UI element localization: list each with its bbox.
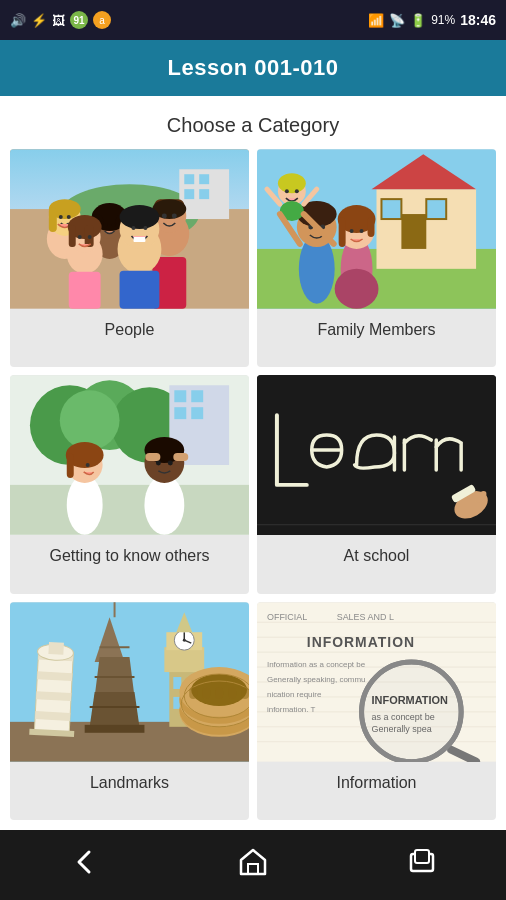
svg-point-66 [278, 173, 306, 193]
category-landmarks[interactable]: Landmarks [10, 602, 249, 820]
svg-text:SALES AND L: SALES AND L [337, 612, 394, 622]
svg-rect-5 [199, 174, 209, 184]
svg-rect-172 [248, 864, 258, 874]
svg-rect-61 [339, 217, 346, 247]
category-landmarks-label: Landmarks [10, 762, 249, 804]
svg-rect-81 [191, 391, 203, 403]
svg-rect-84 [10, 485, 249, 535]
svg-rect-49 [401, 214, 426, 249]
svg-point-13 [59, 215, 63, 219]
svg-marker-118 [90, 692, 140, 727]
svg-rect-119 [85, 724, 145, 732]
category-grid: People [0, 149, 506, 830]
svg-rect-148 [241, 687, 249, 699]
battery-icon: 🔋 [410, 13, 426, 28]
svg-rect-4 [184, 174, 194, 184]
svg-text:OFFICIAL: OFFICIAL [267, 612, 307, 622]
signal-icon: 📡 [389, 13, 405, 28]
category-people-label: People [10, 309, 249, 351]
svg-point-43 [88, 235, 92, 239]
category-family[interactable]: Family Members [257, 149, 496, 367]
svg-point-85 [67, 475, 103, 535]
svg-rect-125 [164, 647, 204, 672]
svg-rect-35 [133, 237, 145, 242]
svg-text:INFORMATION: INFORMATION [372, 694, 448, 706]
usb-icon: ⚡ [31, 13, 47, 28]
svg-rect-12 [49, 207, 57, 232]
status-bar: 🔊 ⚡ 🖼 91 a 📶 📡 🔋 91% 18:46 [0, 0, 506, 40]
svg-point-63 [350, 229, 354, 233]
svg-point-68 [295, 189, 299, 193]
svg-rect-62 [368, 217, 375, 237]
svg-point-33 [131, 226, 135, 230]
svg-rect-96 [173, 453, 188, 461]
category-family-label: Family Members [257, 309, 496, 351]
svg-rect-88 [67, 453, 74, 478]
category-school[interactable]: At school [257, 375, 496, 593]
svg-rect-44 [69, 272, 101, 309]
svg-text:nication require: nication require [267, 690, 322, 699]
recent-button[interactable] [397, 837, 447, 894]
svg-point-28 [172, 214, 177, 219]
svg-point-58 [335, 269, 379, 309]
svg-rect-80 [174, 391, 186, 403]
svg-rect-144 [189, 687, 197, 699]
svg-rect-51 [426, 199, 446, 219]
wifi-icon: 📶 [368, 13, 384, 28]
svg-point-32 [120, 205, 160, 229]
svg-point-89 [86, 463, 90, 467]
home-button[interactable] [228, 837, 278, 894]
school-image [257, 375, 496, 535]
page-subtitle: Choose a Category [0, 96, 506, 149]
svg-point-90 [144, 475, 184, 535]
back-button[interactable] [59, 837, 109, 894]
page-title: Lesson 001-010 [168, 55, 339, 81]
svg-point-21 [104, 223, 108, 227]
status-icons-right: 📶 📡 🔋 91% 18:46 [368, 12, 496, 28]
information-image: OFFICIAL SALES AND L INFORMATION Informa… [257, 602, 496, 762]
image-icon: 🖼 [52, 13, 65, 28]
family-image [257, 149, 496, 309]
svg-point-67 [285, 189, 289, 193]
svg-text:Generally speaking, commu: Generally speaking, commu [267, 675, 366, 684]
battery-percent: 91% [431, 13, 455, 27]
category-people[interactable]: People [10, 149, 249, 367]
people-image [10, 149, 249, 309]
category-information[interactable]: OFFICIAL SALES AND L INFORMATION Informa… [257, 602, 496, 820]
main-content: Choose a Category [0, 96, 506, 830]
antenna-icon: 🔊 [10, 13, 26, 28]
landmarks-image [10, 602, 249, 762]
svg-point-94 [168, 461, 173, 466]
svg-rect-147 [228, 687, 236, 699]
circle-badge: 91 [70, 11, 88, 29]
svg-text:information. T: information. T [267, 705, 316, 714]
svg-point-42 [78, 235, 82, 239]
svg-rect-83 [191, 408, 203, 420]
svg-rect-40 [69, 225, 76, 247]
svg-rect-82 [174, 408, 186, 420]
status-icons-left: 🔊 ⚡ 🖼 91 a [10, 11, 111, 29]
svg-rect-146 [215, 687, 223, 699]
category-information-label: Information [257, 762, 496, 804]
category-school-label: At school [257, 535, 496, 577]
svg-text:Generally spea: Generally spea [372, 723, 432, 733]
time-display: 18:46 [460, 12, 496, 28]
title-bar: Lesson 001-010 [0, 40, 506, 96]
svg-rect-95 [145, 453, 160, 461]
svg-rect-50 [381, 199, 401, 219]
svg-rect-6 [184, 189, 194, 199]
nav-bar [0, 830, 506, 900]
getting-image [10, 375, 249, 535]
svg-point-34 [143, 226, 147, 230]
svg-rect-7 [199, 189, 209, 199]
svg-text:INFORMATION: INFORMATION [307, 634, 415, 650]
svg-text:as a concept be: as a concept be [372, 711, 435, 721]
svg-point-78 [60, 391, 120, 451]
svg-point-22 [112, 223, 116, 227]
svg-rect-174 [415, 850, 429, 863]
svg-text:Information as a concept be: Information as a concept be [267, 660, 366, 669]
svg-rect-36 [120, 271, 160, 309]
category-getting-label: Getting to know others [10, 535, 249, 577]
svg-rect-145 [202, 687, 210, 699]
category-getting[interactable]: Getting to know others [10, 375, 249, 593]
